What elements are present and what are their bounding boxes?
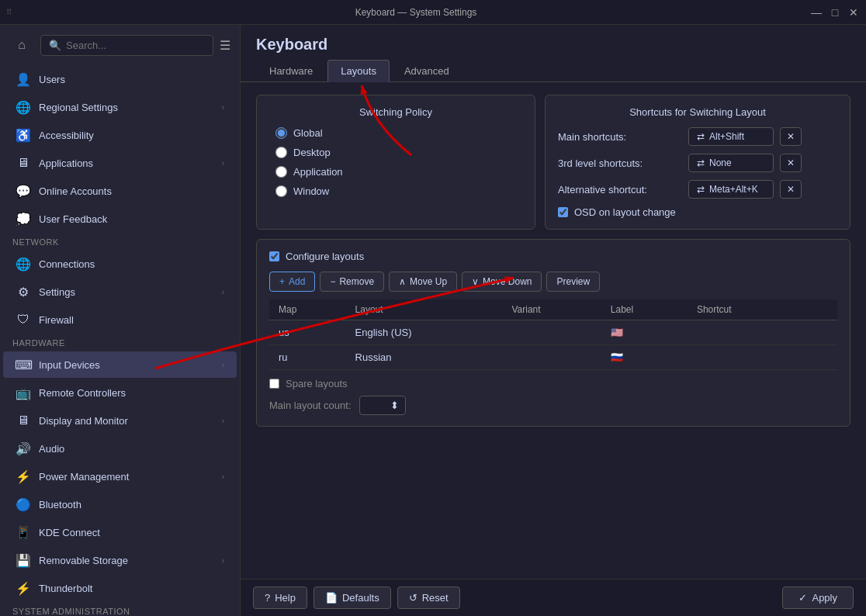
- apply-label: Apply: [812, 592, 837, 604]
- chevron-right-icon: ›: [222, 159, 224, 168]
- minimize-button[interactable]: —: [810, 6, 823, 19]
- home-button[interactable]: ⌂: [9, 33, 34, 57]
- radio-desktop-input[interactable]: [275, 147, 287, 158]
- sidebar-item-audio[interactable]: 🔊 Audio: [3, 435, 237, 462]
- maximize-button[interactable]: □: [829, 6, 841, 19]
- tab-hardware[interactable]: Hardware: [256, 60, 326, 81]
- search-box[interactable]: 🔍: [40, 35, 213, 56]
- reset-button[interactable]: ↺ Reset: [397, 587, 460, 609]
- remove-icon: −: [330, 276, 335, 287]
- hamburger-button[interactable]: ☰: [220, 38, 230, 53]
- sidebar-item-label: KDE Connect: [39, 527, 224, 538]
- sidebar-item-users[interactable]: 👤 Users: [3, 66, 237, 92]
- sidebar-search-area: ⌂ 🔍 ☰: [0, 25, 240, 65]
- sidebar-item-label: Removable Storage: [39, 555, 214, 566]
- sidebar-item-user-feedback[interactable]: 💭 User Feedback: [3, 206, 237, 232]
- sidebar-item-label: Settings: [39, 286, 214, 298]
- chevron-right-icon: ›: [222, 556, 224, 565]
- content-area: Keyboard Hardware Layouts Advanced Switc…: [241, 25, 866, 616]
- remove-layout-button[interactable]: − Remove: [320, 272, 384, 292]
- alternative-shortcut-button[interactable]: ⇄ Meta+Alt+K: [688, 180, 774, 199]
- third-level-shortcut-clear[interactable]: ✕: [780, 154, 802, 172]
- layout-row-ru[interactable]: ru Russian 🇷🇺: [269, 345, 837, 370]
- radio-application-input[interactable]: [275, 166, 287, 178]
- window-controls: — □ ✕: [810, 6, 860, 19]
- sidebar-item-removable-storage[interactable]: 💾 Removable Storage ›: [3, 547, 237, 573]
- preview-button[interactable]: Preview: [546, 272, 600, 292]
- map-us: us: [269, 320, 346, 345]
- shortcut-us: [688, 320, 798, 345]
- radio-window[interactable]: Window: [275, 185, 516, 197]
- firewall-icon: 🛡: [16, 312, 31, 327]
- label-ru: 🇷🇺: [601, 345, 688, 370]
- sidebar-item-kde-connect[interactable]: 📱 KDE Connect: [3, 519, 237, 545]
- tab-advanced[interactable]: Advanced: [391, 60, 462, 81]
- regional-icon: 🌐: [16, 99, 31, 115]
- radio-application[interactable]: Application: [275, 166, 516, 178]
- remote-controllers-icon: 📺: [16, 385, 31, 400]
- configure-layouts-header: Configure layouts: [269, 251, 837, 262]
- move-down-button[interactable]: ∨ Move Down: [462, 272, 542, 292]
- preview-label: Preview: [556, 276, 590, 287]
- sidebar-item-connections[interactable]: 🌐 Connections: [3, 251, 237, 277]
- spare-layouts-label: Spare layouts: [286, 378, 348, 389]
- third-level-shortcut-button[interactable]: ⇄ None: [688, 154, 774, 172]
- tab-layouts[interactable]: Layouts: [327, 60, 390, 82]
- hardware-section-header: Hardware: [0, 334, 240, 351]
- sidebar-item-label: Accessibility: [39, 130, 224, 141]
- radio-window-input[interactable]: [275, 185, 287, 197]
- sidebar-item-settings[interactable]: ⚙ Settings ›: [3, 279, 237, 305]
- sidebar-item-regional[interactable]: 🌐 Regional Settings ›: [3, 94, 237, 120]
- sidebar-item-remote-controllers[interactable]: 📺 Remote Controllers: [3, 379, 237, 406]
- tab-bar: Hardware Layouts Advanced: [241, 54, 866, 82]
- sidebar-item-label: Firewall: [39, 314, 224, 326]
- alternative-shortcut-clear[interactable]: ✕: [780, 180, 802, 199]
- sidebar-item-accessibility[interactable]: ♿ Accessibility: [3, 122, 237, 148]
- sidebar-item-label: Remote Controllers: [39, 387, 224, 399]
- titlebar-title: Keyboard — System Settings: [22, 7, 810, 18]
- osd-checkbox[interactable]: [558, 207, 568, 217]
- remove-label: Remove: [339, 276, 374, 287]
- col-actions: [798, 299, 837, 320]
- sidebar-item-input-devices[interactable]: ⌨ Input Devices ›: [3, 351, 237, 378]
- help-icon: ?: [265, 592, 270, 604]
- sidebar-item-thunderbolt[interactable]: ⚡ Thunderbolt: [3, 575, 237, 601]
- radio-application-label: Application: [293, 166, 343, 178]
- search-input[interactable]: [66, 40, 205, 51]
- sidebar-item-online-accounts[interactable]: 💬 Online Accounts: [3, 178, 237, 204]
- radio-global-input[interactable]: [275, 127, 287, 139]
- sidebar-item-display-monitor[interactable]: 🖥 Display and Monitor ›: [3, 407, 237, 434]
- reset-label: Reset: [422, 592, 449, 604]
- layout-row-us[interactable]: us English (US) 🇺🇸: [269, 320, 837, 345]
- apply-button[interactable]: ✓ Apply: [782, 587, 854, 609]
- layout-count-spinner[interactable]: ⬍: [359, 396, 406, 415]
- add-layout-button[interactable]: + Add: [269, 272, 315, 292]
- help-label: Help: [275, 592, 296, 604]
- drag-handle: ⠿: [6, 8, 22, 16]
- apply-checkmark: ✓: [798, 592, 807, 604]
- main-layout-count-row: Main layout count: ⬍: [269, 396, 837, 415]
- sidebar-item-label: Bluetooth: [39, 499, 224, 510]
- alternative-shortcut-label: Alternative shortcut:: [558, 184, 682, 196]
- main-shortcut-button[interactable]: ⇄ Alt+Shift: [688, 127, 774, 146]
- actions-us: [798, 320, 837, 345]
- switching-policy-title: Switching Policy: [269, 106, 522, 118]
- sidebar-item-firewall[interactable]: 🛡 Firewall: [3, 306, 237, 333]
- sidebar-item-power-management[interactable]: ⚡ Power Management ›: [3, 463, 237, 490]
- users-icon: 👤: [16, 71, 31, 87]
- sidebar-item-applications[interactable]: 🖥 Applications ›: [3, 150, 237, 176]
- defaults-button[interactable]: 📄 Defaults: [313, 587, 391, 609]
- bluetooth-icon: 🔵: [16, 497, 31, 512]
- configure-layouts-checkbox[interactable]: [269, 251, 279, 261]
- page-title: Keyboard: [241, 25, 866, 54]
- move-up-button[interactable]: ∧ Move Up: [389, 272, 457, 292]
- sidebar-item-label: Connections: [39, 258, 224, 270]
- sidebar-item-bluetooth[interactable]: 🔵 Bluetooth: [3, 491, 237, 517]
- main-shortcut-clear[interactable]: ✕: [780, 127, 802, 146]
- close-button[interactable]: ✕: [847, 6, 860, 19]
- radio-global[interactable]: Global: [275, 127, 516, 139]
- radio-desktop[interactable]: Desktop: [275, 147, 516, 158]
- spare-layouts-checkbox[interactable]: [269, 379, 279, 389]
- help-button[interactable]: ? Help: [253, 587, 307, 609]
- input-devices-icon: ⌨: [16, 357, 31, 372]
